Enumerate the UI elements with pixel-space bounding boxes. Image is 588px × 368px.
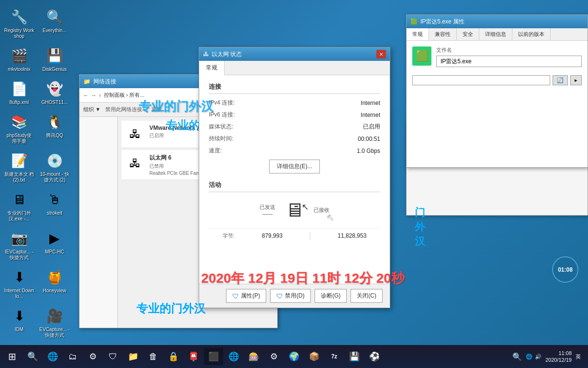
eth-bytes-label: 字节: (223, 232, 235, 240)
desktop-icon-professional[interactable]: 🖥 专业的门外 汉.exe -... (2, 187, 36, 224)
eth-received-bytes-col: 11,828,953 (338, 232, 366, 240)
desktop-icon-idm[interactable]: ⬇ IDM (2, 304, 36, 341)
evcapture-icon: 🎥 (45, 306, 64, 325)
clock-circle: 01:08 (552, 256, 578, 283)
desktop-icon-honeyview[interactable]: 🍯 Honeyview (38, 265, 71, 302)
eth-close-btn[interactable]: ✕ (376, 50, 386, 58)
taskbar-search-small-icon[interactable]: 🔍 (512, 352, 522, 361)
eth-received-label: 已接收 (314, 207, 329, 214)
taskbar-folder-icon[interactable]: 📁 (124, 348, 143, 365)
ip-tab-general[interactable]: 常规 (407, 28, 429, 40)
desktop-icon-8uftp[interactable]: 📄 8uftp.xml (2, 77, 36, 108)
eth-ipv6-label: IPv6 连接: (209, 111, 235, 119)
mpchc-label: MPC-HC (45, 249, 64, 255)
desktop-icon-internetdl[interactable]: ⬇ Internet Downlo... (2, 265, 36, 302)
eth-sent-col: 已发送 —— (260, 204, 275, 217)
eth6-network-icon: 🖧 (125, 154, 145, 173)
ip-props-browse-input[interactable] (412, 75, 550, 85)
taskbar-security-icon[interactable]: 🛡 (103, 348, 123, 365)
eth-diagram-icon: 🖥 ↖ (285, 199, 304, 221)
phpstudy-icon: 📚 (10, 112, 29, 131)
taskbar-search-icon[interactable]: 🔍 (23, 348, 42, 365)
ip-props-name-input[interactable] (436, 56, 582, 67)
taskbar-network-icon[interactable]: 🌐 (224, 348, 243, 365)
diskgenius-label: DiskGenius (42, 67, 67, 72)
desktop-icon-newtxt[interactable]: 📝 新建文本文 档 (2).txt (2, 149, 36, 185)
taskbar-browser-icon[interactable]: 🌐 (43, 348, 62, 365)
eth-tab-general[interactable]: 常规 (199, 61, 225, 75)
desktop-icon-10mount[interactable]: 💿 10-mount - 快捷方式 (2) (38, 149, 71, 185)
eth-network-diagram-icon: 🖥 (285, 199, 304, 221)
ip-tab-details[interactable]: 详细信息 (479, 28, 512, 40)
desktop-icon-diskgenius[interactable]: 💾 DiskGenius (38, 44, 71, 75)
iecapture-label: IEVCaptur... - 快捷方式 (4, 249, 34, 261)
eth-activity-title: 活动 (209, 181, 380, 192)
nc-forward-btn[interactable]: → (91, 92, 96, 98)
eth-ipv4-row: IPv4 连接: Internet (209, 99, 380, 107)
ip-props-titlebar: 🟩 IP雷达5.exe 属性 (407, 15, 588, 28)
taskbar-package-icon[interactable]: 📦 (305, 348, 324, 365)
desktop-icon-everything1[interactable]: 🔍 Everythin... (38, 5, 71, 42)
internetdl-icon: ⬇ (10, 267, 29, 287)
ip-tab-security[interactable]: 安全 (457, 28, 479, 40)
desktop-icon-evcapture[interactable]: 🎥 EVCapture... - 快捷方式 (38, 304, 71, 341)
ip-props-refresh-btn[interactable]: 🔄 (553, 75, 568, 85)
eth-activity-diagram: 已发送 —— 🖥 ↖ 已接收 (209, 199, 380, 221)
shield-props-icon: 🛡 (232, 292, 239, 300)
nc-left-panel (79, 117, 118, 328)
eth-media-row: 媒体状态: 已启用 (209, 123, 380, 131)
eth-connection-title: 连接 (209, 82, 380, 94)
desktop-icon-mkvtoolnix[interactable]: 🎬 mkvtoolnix (2, 44, 36, 75)
ip-props-arrow-btn[interactable]: ▸ (570, 75, 582, 85)
desktop-icon-registry-workshop[interactable]: 🔧 Registry Workshop (2, 5, 36, 42)
taskbar-game-icon[interactable]: 🎰 (244, 348, 263, 365)
desktop-icon-phpstudy[interactable]: 📚 phpStudy使 用手册 (2, 110, 36, 147)
desktop-icon-ghost[interactable]: 👻 GHOST11... (38, 77, 71, 108)
taskbar-gear-icon[interactable]: ⚙ (264, 348, 283, 365)
eth-diagnose-btn[interactable]: 诊断(G) (315, 289, 347, 303)
desktop-icon-iecapture[interactable]: 📷 IEVCaptur... - 快捷方式 (2, 226, 36, 263)
desktop-icon-mpchc[interactable]: ▶ MPC-HC (38, 226, 71, 263)
eth-close-dialog-btn[interactable]: 关闭(C) (351, 289, 383, 303)
taskbar-tray-icons: 🌐 🔊 (526, 354, 542, 360)
taskbar-terminal-icon[interactable]: ⬛ (204, 348, 223, 365)
taskbar-lock-icon[interactable]: 🔒 (164, 348, 183, 365)
taskbar-files-icon[interactable]: 🗂 (63, 348, 82, 365)
eth-detail-btn[interactable]: 详细信息(E)... (269, 160, 320, 173)
ip-tab-versions[interactable]: 以前的版本 (512, 28, 551, 40)
strokeit-icon: 🖱 (45, 190, 64, 209)
taskbar-7z-icon[interactable]: 7z (325, 348, 344, 365)
taskbar-recycle-icon[interactable]: 🗑 (144, 348, 163, 365)
eth-bytes-row: 字节: 879,993 11,828,953 (209, 228, 380, 240)
taskbar-soccer-icon[interactable]: ⚽ (365, 348, 384, 365)
taskbar-email-icon[interactable]: 📮 (184, 348, 203, 365)
professional-label: 专业的门外 汉.exe -... (4, 210, 34, 222)
taskbar-globe-icon[interactable]: 🌍 (284, 348, 304, 365)
registry-workshop-icon: 🔧 (10, 7, 29, 26)
nc-organize-btn[interactable]: 组织 ▼ (83, 106, 101, 113)
eth-duration-row: 持续时间: 00:00:51 (209, 135, 380, 143)
desktop: 🔧 Registry Workshop 🔍 Everythin... 🎬 mkv… (0, 0, 588, 345)
taskbar-disk-icon[interactable]: 💾 (345, 348, 364, 365)
taskbar-time-value: 11:08 (545, 350, 572, 356)
ghost-icon: 👻 (45, 79, 64, 98)
desktop-icon-qq[interactable]: 🐧 腾讯QQ (38, 110, 71, 147)
ip-tab-compat[interactable]: 兼容性 (429, 28, 457, 40)
taskbar: ⊞ 🔍 🌐 🗂 ⚙ 🛡 📁 🗑 🔒 📮 ⬛ 🌐 🎰 ⚙ 🌍 📦 7z 💾 ⚽ 🔍… (0, 345, 588, 368)
taskbar-settings-icon[interactable]: ⚙ (83, 348, 102, 365)
nc-back-btn[interactable]: ← (83, 92, 89, 98)
nc-up-btn[interactable]: ↑ (99, 92, 102, 98)
desktop-icon-strokeit[interactable]: 🖱 strokeit (38, 187, 71, 224)
eth-media-value: 已启用 (363, 123, 380, 131)
diskgenius-icon: 💾 (45, 46, 64, 65)
honeyview-icon: 🍯 (45, 267, 64, 287)
start-button[interactable]: ⊞ (2, 348, 22, 365)
eth-props-label: 属性(P) (241, 292, 260, 300)
eth-disable-btn[interactable]: 🛡 禁用(D) (270, 289, 311, 303)
ip-props-browse-row: 🔄 ▸ (407, 73, 588, 88)
10mount-icon: 💿 (45, 151, 64, 170)
eth-properties-btn[interactable]: 🛡 属性(P) (226, 289, 266, 303)
ip-props-content: 🟩 文件名 (407, 41, 588, 73)
taskbar-icons: 🔍 🌐 🗂 ⚙ 🛡 📁 🗑 🔒 📮 ⬛ 🌐 🎰 ⚙ 🌍 📦 7z 💾 ⚽ (23, 348, 511, 365)
eth-dialog-icon: 🖧 (203, 51, 209, 58)
